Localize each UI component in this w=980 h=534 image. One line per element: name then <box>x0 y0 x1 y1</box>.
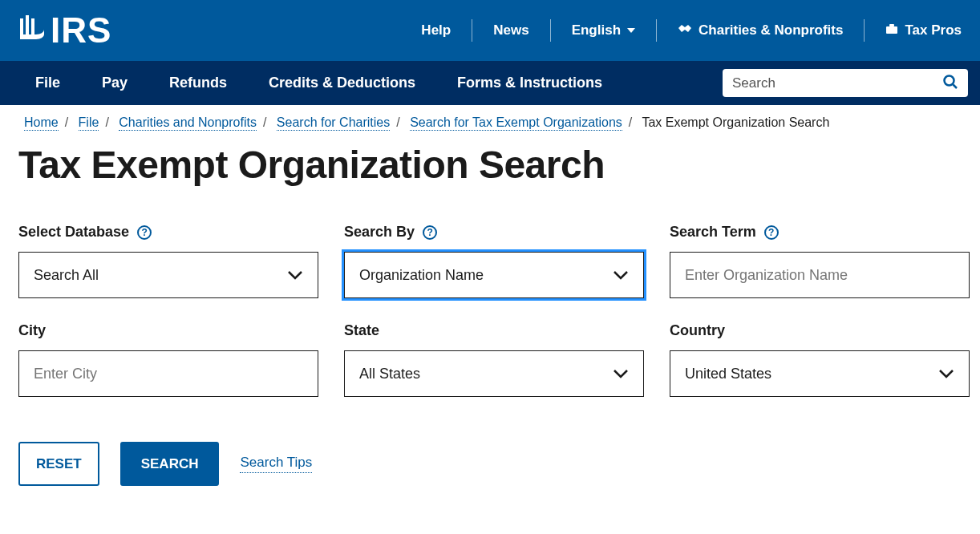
chevron-down-icon <box>287 270 303 280</box>
label-database: Select Database ? <box>18 224 318 241</box>
handshake-icon <box>678 22 692 38</box>
chevron-down-icon <box>613 270 629 280</box>
site-search <box>723 69 968 97</box>
secnav-forms[interactable]: Forms & Instructions <box>457 75 602 91</box>
crumb-search-teo[interactable]: Search for Tax Exempt Organizations <box>410 115 622 131</box>
secondary-nav-bar: File Pay Refunds Credits & Deductions Fo… <box>0 61 980 105</box>
help-icon[interactable]: ? <box>423 225 437 240</box>
field-country: Country United States <box>670 322 970 397</box>
field-database: Select Database ? Search All <box>18 224 318 298</box>
crumb-home[interactable]: Home <box>24 115 59 131</box>
search-form: Select Database ? Search All Search By ?… <box>0 187 980 397</box>
help-icon[interactable]: ? <box>137 225 152 240</box>
select-database-value: Search All <box>34 267 99 284</box>
secnav-file[interactable]: File <box>35 75 60 91</box>
secondary-nav: File Pay Refunds Credits & Deductions Fo… <box>35 75 602 91</box>
page-title: Tax Exempt Organization Search <box>0 130 980 187</box>
secnav-refunds[interactable]: Refunds <box>169 75 227 91</box>
briefcase-icon <box>885 22 898 38</box>
select-country[interactable]: United States <box>670 350 970 397</box>
crumb-search-charities[interactable]: Search for Charities <box>277 115 390 131</box>
input-term-wrapper <box>670 252 970 298</box>
crumb-current: Tax Exempt Organization Search <box>642 115 829 129</box>
topnav-news[interactable]: News <box>472 19 549 42</box>
top-nav: Help News English Charities & Nonprofits… <box>400 0 962 61</box>
svg-rect-4 <box>889 24 894 26</box>
breadcrumb: Home/ File/ Charities and Nonprofits/ Se… <box>0 105 980 130</box>
reset-button[interactable]: RESET <box>18 442 99 486</box>
crumb-charities[interactable]: Charities and Nonprofits <box>119 115 257 131</box>
crumb-file[interactable]: File <box>79 115 99 131</box>
topnav-language-label: English <box>572 22 621 38</box>
label-term: Search Term ? <box>670 224 970 241</box>
chevron-down-icon <box>613 369 629 378</box>
select-database[interactable]: Search All <box>18 252 318 298</box>
field-term: Search Term ? <box>670 224 970 298</box>
select-searchby-value: Organization Name <box>359 267 484 284</box>
field-state: State All States <box>344 322 644 397</box>
secnav-pay[interactable]: Pay <box>102 75 128 91</box>
site-search-input[interactable] <box>732 75 942 91</box>
chevron-down-icon <box>627 28 635 33</box>
topnav-taxpros[interactable]: Tax Pros <box>864 19 962 42</box>
field-searchby: Search By ? Organization Name <box>344 224 644 298</box>
select-state-value: All States <box>359 366 420 382</box>
search-icon[interactable] <box>942 74 958 93</box>
field-city: City <box>18 322 318 397</box>
topnav-language[interactable]: English <box>550 19 656 42</box>
svg-rect-3 <box>886 26 897 34</box>
label-state: State <box>344 322 644 339</box>
search-tips-link[interactable]: Search Tips <box>240 455 312 473</box>
select-state[interactable]: All States <box>344 350 644 397</box>
irs-logo-text: IRS <box>51 10 111 51</box>
input-city[interactable] <box>34 366 303 382</box>
svg-point-5 <box>945 75 954 85</box>
input-term[interactable] <box>685 267 954 284</box>
top-header: IRS Help News English Charities & Nonpro… <box>0 0 980 61</box>
topnav-taxpros-label: Tax Pros <box>905 22 962 38</box>
select-country-value: United States <box>685 366 771 382</box>
chevron-down-icon <box>938 369 954 378</box>
svg-rect-1 <box>26 15 29 38</box>
search-button[interactable]: SEARCH <box>120 442 220 486</box>
topnav-charities[interactable]: Charities & Nonprofits <box>656 19 864 42</box>
select-searchby[interactable]: Organization Name <box>344 252 644 298</box>
topnav-help[interactable]: Help <box>400 19 472 42</box>
label-country: Country <box>670 322 970 339</box>
secnav-credits[interactable]: Credits & Deductions <box>269 75 415 91</box>
input-city-wrapper <box>18 350 318 397</box>
topnav-charities-label: Charities & Nonprofits <box>699 22 843 38</box>
irs-eagle-icon <box>18 14 46 47</box>
irs-logo[interactable]: IRS <box>18 10 111 51</box>
label-city: City <box>18 322 318 339</box>
form-actions: RESET SEARCH Search Tips <box>0 397 980 510</box>
svg-line-6 <box>954 84 958 88</box>
help-icon[interactable]: ? <box>764 225 779 240</box>
label-searchby: Search By ? <box>344 224 644 241</box>
